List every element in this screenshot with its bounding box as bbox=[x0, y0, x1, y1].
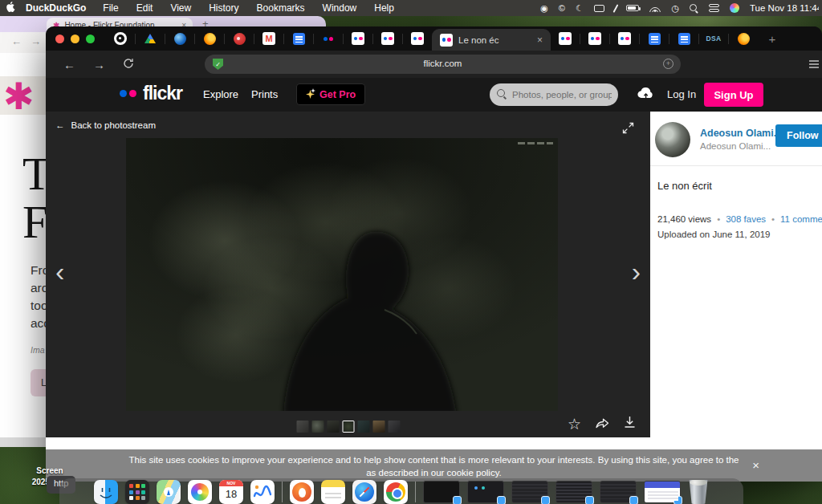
cookie-close-icon[interactable]: × bbox=[752, 458, 759, 472]
upload-cloud-icon[interactable] bbox=[637, 85, 656, 103]
search-bar[interactable] bbox=[490, 83, 618, 106]
photo-thumbnail[interactable] bbox=[372, 421, 385, 433]
back-icon[interactable]: ← bbox=[11, 35, 22, 47]
get-pro-button[interactable]: Get Pro bbox=[296, 83, 365, 105]
freeform-icon[interactable] bbox=[250, 480, 275, 504]
pinned-tab-globe[interactable] bbox=[165, 26, 194, 51]
pinned-tab-gmail[interactable]: M bbox=[254, 26, 283, 51]
clock-icon[interactable]: ◷ bbox=[671, 3, 679, 14]
photo-thumbnail[interactable] bbox=[327, 421, 339, 433]
apple-menu-icon[interactable] bbox=[0, 2, 21, 14]
photo-thumbnail[interactable] bbox=[296, 421, 308, 433]
photo-image[interactable] bbox=[126, 138, 558, 411]
pinned-tab-flickr[interactable] bbox=[580, 26, 609, 51]
address-bar[interactable]: ✓ flickr.com + bbox=[205, 55, 681, 74]
pinned-tab-docs[interactable] bbox=[669, 26, 698, 51]
menu-item-window[interactable]: Window bbox=[323, 2, 357, 14]
c-circle-icon[interactable]: © bbox=[559, 3, 565, 13]
pinned-tab-flickr[interactable] bbox=[373, 26, 402, 51]
photo-thumbnail[interactable] bbox=[388, 421, 400, 433]
menu-app-name[interactable]: DuckDuckGo bbox=[26, 2, 86, 14]
nav-prints[interactable]: Prints bbox=[251, 88, 278, 100]
search-input[interactable] bbox=[511, 83, 613, 106]
share-icon[interactable] bbox=[595, 416, 610, 432]
photo-thumbnail-current[interactable] bbox=[342, 421, 354, 433]
menu-item-view[interactable]: View bbox=[170, 2, 191, 14]
nav-explore[interactable]: Explore bbox=[203, 88, 238, 100]
photos-icon[interactable] bbox=[188, 480, 212, 504]
menu-item-file[interactable]: File bbox=[103, 2, 118, 14]
comments-link[interactable]: 11 commen bbox=[780, 214, 822, 224]
pinned-tab-flickr[interactable] bbox=[344, 26, 372, 51]
log-in-link[interactable]: Log In bbox=[667, 88, 696, 100]
notes-icon[interactable] bbox=[321, 480, 345, 504]
owner-name-link[interactable]: Adeosun Olami... bbox=[700, 128, 782, 139]
menu-clock[interactable]: Tue Nov 18 11:44 P bbox=[750, 3, 819, 13]
moon-icon[interactable]: ☾ bbox=[576, 3, 584, 14]
minimized-window[interactable] bbox=[600, 481, 637, 503]
pinned-tab-red[interactable] bbox=[225, 26, 254, 51]
minimized-window[interactable] bbox=[423, 481, 460, 503]
control-center-icon[interactable] bbox=[709, 4, 719, 12]
minimized-window[interactable] bbox=[511, 481, 548, 503]
finder-icon[interactable] bbox=[94, 480, 118, 504]
battery-icon[interactable] bbox=[626, 5, 639, 11]
faves-link[interactable]: 308 faves bbox=[726, 214, 766, 224]
back-icon[interactable]: ← bbox=[63, 58, 75, 71]
chrome-icon[interactable] bbox=[384, 480, 408, 504]
photo-thumbnail[interactable] bbox=[311, 421, 324, 433]
swirl-icon[interactable]: ◉ bbox=[540, 3, 548, 14]
back-to-photostream-link[interactable]: ← Back to photostream bbox=[55, 120, 156, 130]
calendar-icon[interactable]: NOV 18 bbox=[219, 480, 243, 504]
pinned-tab-drive[interactable] bbox=[136, 26, 165, 51]
maps-icon[interactable] bbox=[157, 480, 181, 504]
pinned-tab-docs[interactable] bbox=[284, 26, 313, 51]
menu-item-bookmarks[interactable]: Bookmarks bbox=[257, 2, 305, 14]
download-icon[interactable] bbox=[624, 416, 636, 432]
follow-button[interactable]: Follow bbox=[775, 124, 822, 147]
previous-photo-chevron[interactable]: ‹ bbox=[55, 256, 64, 287]
display-icon[interactable] bbox=[594, 5, 604, 12]
forward-icon[interactable]: → bbox=[93, 58, 105, 71]
menu-item-edit[interactable]: Edit bbox=[136, 2, 153, 14]
forward-icon[interactable]: → bbox=[31, 35, 41, 47]
pinned-tab-flickr[interactable] bbox=[403, 26, 432, 51]
fullscreen-icon[interactable] bbox=[622, 122, 634, 137]
photo-thumbnail[interactable] bbox=[357, 421, 369, 433]
pinned-tab-flickr-dots[interactable] bbox=[314, 26, 343, 51]
duckduckgo-icon[interactable] bbox=[290, 480, 314, 504]
reload-icon[interactable] bbox=[123, 58, 134, 71]
browser-logo-icon[interactable] bbox=[106, 26, 135, 51]
next-photo-chevron[interactable]: › bbox=[632, 256, 641, 287]
close-tab-icon[interactable]: × bbox=[537, 35, 543, 46]
fave-star-icon[interactable]: ☆ bbox=[568, 417, 581, 432]
sign-up-button[interactable]: Sign Up bbox=[704, 83, 763, 107]
menu-icon[interactable] bbox=[809, 60, 819, 68]
safari-icon[interactable] bbox=[352, 480, 376, 504]
pinned-tab-firefox[interactable] bbox=[195, 26, 224, 51]
launchpad-icon[interactable] bbox=[125, 480, 149, 504]
flickr-logo[interactable]: flickr bbox=[120, 84, 182, 103]
zoom-window-button[interactable] bbox=[86, 35, 95, 43]
pinned-tab-firefox[interactable] bbox=[729, 26, 758, 51]
new-tab-button[interactable]: + bbox=[758, 26, 787, 51]
search-icon[interactable] bbox=[690, 4, 698, 13]
menu-item-history[interactable]: History bbox=[209, 2, 238, 14]
pen-icon[interactable] bbox=[612, 4, 618, 12]
wifi-icon[interactable] bbox=[649, 4, 661, 12]
pinned-tab-dsa[interactable]: DSA bbox=[699, 26, 728, 51]
owner-avatar[interactable] bbox=[655, 122, 690, 157]
siri-icon[interactable] bbox=[730, 3, 739, 13]
trash-icon[interactable] bbox=[688, 480, 709, 504]
minimized-window[interactable] bbox=[467, 481, 504, 503]
minimized-window[interactable] bbox=[555, 481, 592, 503]
active-tab[interactable]: Le non éc × bbox=[432, 29, 551, 51]
pinned-tab-docs[interactable] bbox=[640, 26, 669, 51]
add-comment-icon[interactable]: + bbox=[663, 59, 673, 69]
minimize-window-button[interactable] bbox=[71, 35, 79, 43]
pinned-tab-flickr[interactable] bbox=[610, 26, 639, 51]
close-window-button[interactable] bbox=[55, 35, 64, 43]
menu-item-help[interactable]: Help bbox=[374, 2, 394, 14]
pinned-tab-flickr[interactable] bbox=[551, 26, 580, 51]
minimized-window[interactable] bbox=[644, 481, 681, 503]
